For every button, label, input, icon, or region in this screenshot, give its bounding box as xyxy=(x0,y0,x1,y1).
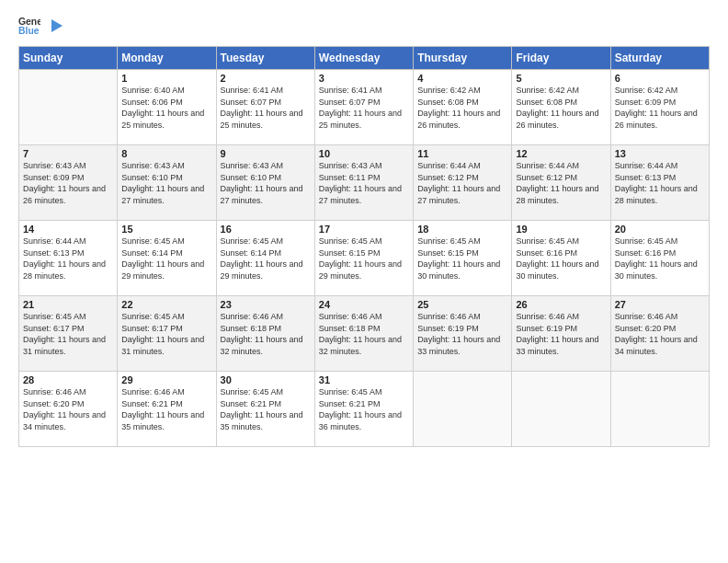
day-info: Sunrise: 6:46 AMSunset: 6:18 PMDaylight:… xyxy=(221,311,311,357)
week-row-5: 28Sunrise: 6:46 AMSunset: 6:20 PMDayligh… xyxy=(19,372,710,447)
day-info: Sunrise: 6:45 AMSunset: 6:14 PMDaylight:… xyxy=(121,236,211,282)
day-info: Sunrise: 6:42 AMSunset: 6:09 PMDaylight:… xyxy=(615,85,705,131)
day-info: Sunrise: 6:44 AMSunset: 6:12 PMDaylight:… xyxy=(417,160,507,206)
calendar-cell: 24Sunrise: 6:46 AMSunset: 6:18 PMDayligh… xyxy=(314,296,413,372)
day-number: 8 xyxy=(121,148,211,159)
calendar-cell: 23Sunrise: 6:46 AMSunset: 6:18 PMDayligh… xyxy=(216,296,314,372)
page: General Blue SundayMondayTuesdayWednesda… xyxy=(0,0,728,563)
day-info: Sunrise: 6:46 AMSunset: 6:21 PMDaylight:… xyxy=(121,386,211,432)
calendar-cell: 21Sunrise: 6:45 AMSunset: 6:17 PMDayligh… xyxy=(19,296,118,372)
day-number: 23 xyxy=(221,299,311,310)
calendar-cell: 20Sunrise: 6:45 AMSunset: 6:16 PMDayligh… xyxy=(610,221,709,296)
weekday-header-monday: Monday xyxy=(118,47,216,70)
day-info: Sunrise: 6:45 AMSunset: 6:15 PMDaylight:… xyxy=(319,236,409,282)
day-number: 26 xyxy=(516,299,606,310)
week-row-2: 7Sunrise: 6:43 AMSunset: 6:09 PMDaylight… xyxy=(19,145,710,221)
calendar-cell: 13Sunrise: 6:44 AMSunset: 6:13 PMDayligh… xyxy=(610,145,709,221)
day-info: Sunrise: 6:46 AMSunset: 6:20 PMDaylight:… xyxy=(23,386,113,432)
weekday-header-sunday: Sunday xyxy=(19,47,118,70)
day-number: 12 xyxy=(516,148,606,159)
day-number: 30 xyxy=(221,374,311,385)
day-number: 31 xyxy=(319,374,409,385)
day-number: 19 xyxy=(516,224,606,235)
calendar-cell: 25Sunrise: 6:46 AMSunset: 6:19 PMDayligh… xyxy=(414,296,512,372)
logo-icon: General Blue xyxy=(18,15,40,37)
calendar-cell: 17Sunrise: 6:45 AMSunset: 6:15 PMDayligh… xyxy=(314,221,413,296)
calendar-cell xyxy=(414,372,512,447)
calendar-cell: 27Sunrise: 6:46 AMSunset: 6:20 PMDayligh… xyxy=(610,296,709,372)
calendar-cell: 2Sunrise: 6:41 AMSunset: 6:07 PMDaylight… xyxy=(216,70,314,145)
calendar-cell: 26Sunrise: 6:46 AMSunset: 6:19 PMDayligh… xyxy=(512,296,610,372)
day-number: 16 xyxy=(221,224,311,235)
week-row-3: 14Sunrise: 6:44 AMSunset: 6:13 PMDayligh… xyxy=(19,221,710,296)
week-row-1: 1Sunrise: 6:40 AMSunset: 6:06 PMDaylight… xyxy=(19,70,710,145)
svg-marker-3 xyxy=(51,19,63,32)
day-info: Sunrise: 6:43 AMSunset: 6:10 PMDaylight:… xyxy=(121,160,211,206)
weekday-header-thursday: Thursday xyxy=(414,47,512,70)
day-number: 24 xyxy=(319,299,409,310)
calendar-cell: 30Sunrise: 6:45 AMSunset: 6:21 PMDayligh… xyxy=(216,372,314,447)
day-info: Sunrise: 6:44 AMSunset: 6:13 PMDaylight:… xyxy=(23,236,113,282)
logo-arrow-icon xyxy=(46,16,66,36)
day-info: Sunrise: 6:45 AMSunset: 6:21 PMDaylight:… xyxy=(319,386,409,432)
day-number: 4 xyxy=(417,73,507,84)
day-info: Sunrise: 6:44 AMSunset: 6:13 PMDaylight:… xyxy=(615,160,705,206)
weekday-header-tuesday: Tuesday xyxy=(216,47,314,70)
calendar-cell: 9Sunrise: 6:43 AMSunset: 6:10 PMDaylight… xyxy=(216,145,314,221)
day-number: 15 xyxy=(121,224,211,235)
day-number: 29 xyxy=(121,374,211,385)
day-info: Sunrise: 6:43 AMSunset: 6:11 PMDaylight:… xyxy=(319,160,409,206)
calendar-cell: 8Sunrise: 6:43 AMSunset: 6:10 PMDaylight… xyxy=(118,145,216,221)
day-number: 5 xyxy=(516,73,606,84)
day-info: Sunrise: 6:43 AMSunset: 6:10 PMDaylight:… xyxy=(221,160,311,206)
day-info: Sunrise: 6:45 AMSunset: 6:17 PMDaylight:… xyxy=(23,311,113,357)
calendar-cell: 11Sunrise: 6:44 AMSunset: 6:12 PMDayligh… xyxy=(414,145,512,221)
calendar-table: SundayMondayTuesdayWednesdayThursdayFrid… xyxy=(18,46,710,447)
calendar-cell: 15Sunrise: 6:45 AMSunset: 6:14 PMDayligh… xyxy=(118,221,216,296)
day-info: Sunrise: 6:42 AMSunset: 6:08 PMDaylight:… xyxy=(417,85,507,131)
calendar-cell: 12Sunrise: 6:44 AMSunset: 6:12 PMDayligh… xyxy=(512,145,610,221)
day-number: 9 xyxy=(221,148,311,159)
day-info: Sunrise: 6:45 AMSunset: 6:16 PMDaylight:… xyxy=(615,236,705,282)
calendar-cell: 7Sunrise: 6:43 AMSunset: 6:09 PMDaylight… xyxy=(19,145,118,221)
day-number: 27 xyxy=(615,299,705,310)
calendar-cell: 19Sunrise: 6:45 AMSunset: 6:16 PMDayligh… xyxy=(512,221,610,296)
day-number: 11 xyxy=(417,148,507,159)
calendar-cell: 28Sunrise: 6:46 AMSunset: 6:20 PMDayligh… xyxy=(19,372,118,447)
day-number: 28 xyxy=(23,374,113,385)
calendar-cell xyxy=(610,372,709,447)
calendar-cell: 10Sunrise: 6:43 AMSunset: 6:11 PMDayligh… xyxy=(314,145,413,221)
weekday-header-friday: Friday xyxy=(512,47,610,70)
day-info: Sunrise: 6:46 AMSunset: 6:19 PMDaylight:… xyxy=(417,311,507,357)
day-info: Sunrise: 6:45 AMSunset: 6:16 PMDaylight:… xyxy=(516,236,606,282)
weekday-header-saturday: Saturday xyxy=(610,47,709,70)
calendar-cell: 31Sunrise: 6:45 AMSunset: 6:21 PMDayligh… xyxy=(314,372,413,447)
day-info: Sunrise: 6:45 AMSunset: 6:17 PMDaylight:… xyxy=(121,311,211,357)
day-info: Sunrise: 6:41 AMSunset: 6:07 PMDaylight:… xyxy=(221,85,311,131)
day-info: Sunrise: 6:42 AMSunset: 6:08 PMDaylight:… xyxy=(516,85,606,131)
weekday-header-wednesday: Wednesday xyxy=(314,47,413,70)
day-number: 13 xyxy=(615,148,705,159)
day-info: Sunrise: 6:41 AMSunset: 6:07 PMDaylight:… xyxy=(319,85,409,131)
calendar-cell: 18Sunrise: 6:45 AMSunset: 6:15 PMDayligh… xyxy=(414,221,512,296)
calendar-cell: 6Sunrise: 6:42 AMSunset: 6:09 PMDaylight… xyxy=(610,70,709,145)
calendar-cell: 22Sunrise: 6:45 AMSunset: 6:17 PMDayligh… xyxy=(118,296,216,372)
day-number: 20 xyxy=(615,224,705,235)
day-info: Sunrise: 6:45 AMSunset: 6:14 PMDaylight:… xyxy=(221,236,311,282)
svg-text:Blue: Blue xyxy=(18,26,40,36)
day-info: Sunrise: 6:45 AMSunset: 6:21 PMDaylight:… xyxy=(221,386,311,432)
day-info: Sunrise: 6:46 AMSunset: 6:19 PMDaylight:… xyxy=(516,311,606,357)
header: General Blue xyxy=(18,15,710,37)
calendar-cell: 14Sunrise: 6:44 AMSunset: 6:13 PMDayligh… xyxy=(19,221,118,296)
day-info: Sunrise: 6:46 AMSunset: 6:18 PMDaylight:… xyxy=(319,311,409,357)
day-number: 22 xyxy=(121,299,211,310)
calendar-cell xyxy=(512,372,610,447)
day-info: Sunrise: 6:40 AMSunset: 6:06 PMDaylight:… xyxy=(121,85,211,131)
day-number: 2 xyxy=(221,73,311,84)
day-info: Sunrise: 6:44 AMSunset: 6:12 PMDaylight:… xyxy=(516,160,606,206)
day-number: 25 xyxy=(417,299,507,310)
logo: General Blue xyxy=(18,15,66,37)
calendar-cell xyxy=(19,70,118,145)
day-number: 3 xyxy=(319,73,409,84)
calendar-cell: 16Sunrise: 6:45 AMSunset: 6:14 PMDayligh… xyxy=(216,221,314,296)
